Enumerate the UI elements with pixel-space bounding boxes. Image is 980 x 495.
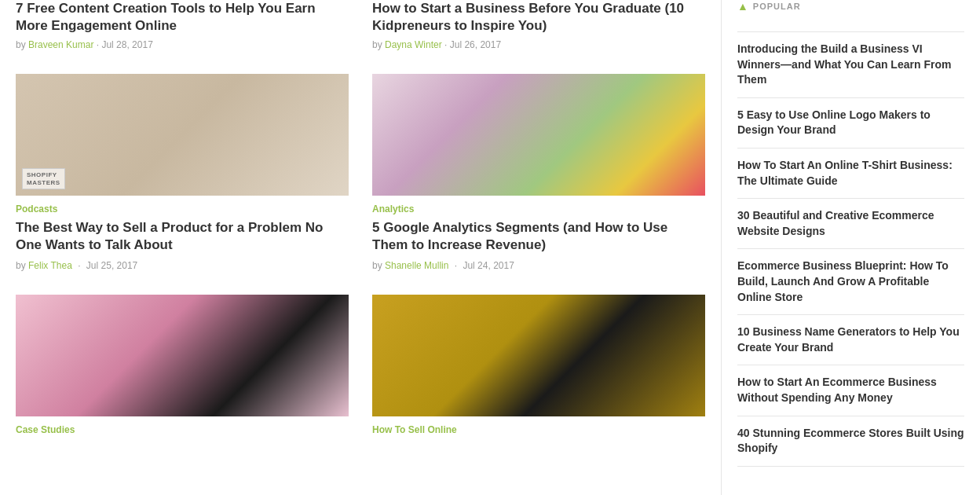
sidebar-list-item-3[interactable]: How To Start An Online T-Shirt Business:… xyxy=(737,148,964,199)
top-articles-section: 7 Free Content Creation Tools to Help Yo… xyxy=(16,0,705,66)
article-card-1-title[interactable]: The Best Way to Sell a Product for a Pro… xyxy=(16,219,349,254)
top-article-2: How to Start a Business Before You Gradu… xyxy=(372,0,705,50)
sidebar-list: Introducing the Build a Business VI Winn… xyxy=(737,31,964,467)
top-article-2-author[interactable]: Dayna Winter xyxy=(385,39,442,50)
sidebar-list-item-4[interactable]: 30 Beautiful and Creative Ecommerce Webs… xyxy=(737,199,964,249)
sidebar-list-item-2[interactable]: 5 Easy to Use Online Logo Makers to Desi… xyxy=(737,98,964,148)
sidebar-list-item-1[interactable]: Introducing the Build a Business VI Winn… xyxy=(737,31,964,98)
top-article-1-date: Jul 28, 2017 xyxy=(101,39,152,50)
sidebar-list-item-7[interactable]: How to Start An Ecommerce Business Witho… xyxy=(737,365,964,416)
article-card-2-image[interactable] xyxy=(372,74,705,196)
article-card-3-category[interactable]: Case Studies xyxy=(16,424,349,435)
top-article-1-title[interactable]: 7 Free Content Creation Tools to Help Yo… xyxy=(16,0,349,35)
top-article-2-meta: by Dayna Winter · Jul 26, 2017 xyxy=(372,39,705,50)
sidebar-popular-header: ▲ POPULAR xyxy=(737,0,964,20)
trend-icon: ▲ xyxy=(737,0,748,13)
sidebar-link-3[interactable]: How To Start An Online T-Shirt Business:… xyxy=(737,159,953,187)
article-card-2-date: Jul 24, 2017 xyxy=(463,260,514,271)
sidebar: ▲ POPULAR Introducing the Build a Busine… xyxy=(721,0,980,495)
sidebar-link-5[interactable]: Ecommerce Business Blueprint: How To Bui… xyxy=(737,259,949,302)
article-card-4-image[interactable] xyxy=(372,295,705,416)
sidebar-link-1[interactable]: Introducing the Build a Business VI Winn… xyxy=(737,42,951,86)
top-article-2-date: Jul 26, 2017 xyxy=(450,39,501,50)
article-card-2-category[interactable]: Analytics xyxy=(372,204,705,214)
article-card-1-image[interactable]: SHOPIFYMASTERS xyxy=(16,74,349,196)
article-card-2: Analytics 5 Google Analytics Segments (a… xyxy=(372,74,705,271)
sidebar-link-4[interactable]: 30 Beautiful and Creative Ecommerce Webs… xyxy=(737,209,934,237)
sidebar-list-item-6[interactable]: 10 Business Name Generators to Help You … xyxy=(737,315,964,365)
top-article-1: 7 Free Content Creation Tools to Help Yo… xyxy=(16,0,349,50)
article-card-4: How to Sell Online xyxy=(372,295,705,440)
shopify-watermark: SHOPIFYMASTERS xyxy=(22,168,65,189)
sidebar-link-2[interactable]: 5 Easy to Use Online Logo Makers to Desi… xyxy=(737,108,931,137)
article-card-4-category[interactable]: How to Sell Online xyxy=(372,424,705,435)
sidebar-link-6[interactable]: 10 Business Name Generators to Help You … xyxy=(737,325,960,354)
article-card-1-category[interactable]: Podcasts xyxy=(16,204,349,214)
article-card-1-date: Jul 25, 2017 xyxy=(86,260,137,271)
sidebar-link-8[interactable]: 40 Stunning Ecommerce Stores Built Using… xyxy=(737,427,964,455)
article-card-1-author[interactable]: Felix Thea xyxy=(28,260,72,271)
sidebar-list-item-8[interactable]: 40 Stunning Ecommerce Stores Built Using… xyxy=(737,416,964,467)
sidebar-popular-label: POPULAR xyxy=(753,2,801,11)
top-article-2-title[interactable]: How to Start a Business Before You Gradu… xyxy=(372,0,705,35)
articles-grid: SHOPIFYMASTERS Podcasts The Best Way to … xyxy=(16,74,705,464)
sidebar-list-item-5[interactable]: Ecommerce Business Blueprint: How To Bui… xyxy=(737,249,964,315)
top-article-1-author[interactable]: Braveen Kumar xyxy=(28,39,93,50)
article-card-1-meta: by Felix Thea · Jul 25, 2017 xyxy=(16,260,349,271)
article-card-2-title[interactable]: 5 Google Analytics Segments (and How to … xyxy=(372,219,705,254)
top-article-1-meta: by Braveen Kumar · Jul 28, 2017 xyxy=(16,39,349,50)
article-card-3-image[interactable] xyxy=(16,295,349,416)
sidebar-link-7[interactable]: How to Start An Ecommerce Business Witho… xyxy=(737,376,937,404)
article-card-1: SHOPIFYMASTERS Podcasts The Best Way to … xyxy=(16,74,349,271)
article-card-2-meta: by Shanelle Mullin · Jul 24, 2017 xyxy=(372,260,705,271)
article-card-2-author[interactable]: Shanelle Mullin xyxy=(385,260,448,271)
article-card-3: Case Studies xyxy=(16,295,349,440)
